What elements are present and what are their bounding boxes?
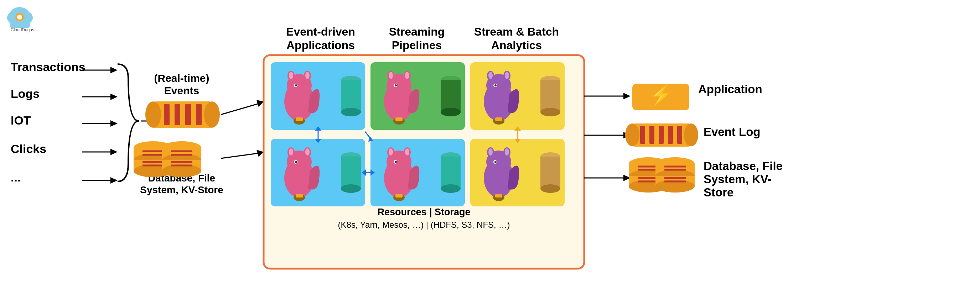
input-clicks: Clicks: [11, 142, 46, 155]
footer-details: (K8s, Yarn, Mesos, …) | (HDFS, S3, NFS, …: [338, 220, 510, 230]
col-header-2b: Pipelines: [392, 39, 442, 52]
svg-rect-160: [677, 126, 682, 144]
input-dots: ...: [11, 170, 21, 184]
svg-point-155: [684, 124, 698, 146]
svg-point-73: [389, 72, 393, 79]
col-header-3b: Analytics: [491, 39, 542, 52]
svg-point-87: [505, 72, 509, 79]
svg-rect-157: [649, 126, 654, 144]
svg-point-63: [295, 84, 297, 86]
svg-text:CloudDugas: CloudDugas: [11, 27, 34, 32]
svg-point-86: [488, 72, 493, 79]
events-label: (Real-time): [154, 72, 209, 84]
svg-rect-117: [395, 194, 402, 198]
svg-rect-130: [495, 194, 502, 198]
svg-point-21: [145, 102, 161, 128]
svg-rect-106: [341, 157, 361, 189]
svg-point-60: [289, 72, 293, 79]
svg-rect-25: [185, 104, 191, 125]
svg-rect-159: [668, 126, 673, 144]
svg-point-68: [341, 108, 361, 116]
input-logs: Logs: [11, 87, 40, 100]
col-header-3a: Stream & Batch: [474, 25, 559, 38]
footer-resources: Resources | Storage: [377, 207, 470, 217]
svg-point-74: [405, 72, 409, 79]
diagram-wrapper: CloudDugas Transactions Logs IOT Clicks …: [0, 0, 980, 295]
svg-point-125: [488, 148, 493, 155]
svg-rect-104: [296, 194, 303, 198]
svg-point-76: [395, 84, 397, 86]
svg-point-81: [441, 108, 461, 116]
col-header-2a: Streaming: [389, 25, 445, 38]
svg-point-154: [625, 124, 640, 146]
svg-rect-24: [175, 104, 180, 125]
svg-text:⚡: ⚡: [649, 84, 673, 106]
svg-rect-23: [164, 104, 170, 125]
svg-point-102: [295, 161, 297, 163]
svg-point-99: [289, 148, 293, 155]
svg-rect-20: [153, 102, 212, 128]
svg-point-22: [204, 102, 220, 128]
svg-point-61: [305, 72, 310, 79]
events-label2: Events: [164, 85, 199, 97]
svg-point-107: [341, 184, 361, 193]
svg-point-115: [395, 161, 397, 163]
svg-rect-158: [659, 126, 663, 144]
output-eventlog: Event Log: [703, 125, 760, 138]
output-database: Database, File: [703, 159, 783, 173]
col-header-1b: Applications: [286, 39, 355, 52]
input-iot: IOT: [11, 114, 31, 127]
svg-point-113: [405, 148, 409, 155]
main-diagram: CloudDugas Transactions Logs IOT Clicks …: [0, 0, 980, 295]
svg-rect-156: [640, 126, 645, 144]
svg-rect-65: [296, 117, 303, 121]
svg-rect-67: [341, 80, 361, 112]
svg-point-128: [495, 161, 496, 163]
output-database2: System, KV-: [703, 173, 772, 186]
col-header-1a: Event-driven: [286, 25, 355, 38]
output-database3: Store: [703, 186, 733, 199]
db-label2: System, KV-Store: [140, 184, 223, 195]
svg-point-133: [540, 184, 560, 193]
input-transactions: Transactions: [11, 60, 86, 74]
svg-rect-93: [540, 80, 560, 112]
svg-point-112: [389, 148, 393, 155]
svg-point-100: [305, 148, 310, 155]
svg-rect-119: [441, 157, 461, 189]
svg-rect-80: [441, 80, 461, 112]
svg-point-94: [540, 108, 560, 116]
output-application: Application: [698, 82, 762, 96]
svg-rect-26: [196, 104, 202, 125]
svg-rect-91: [495, 117, 502, 121]
svg-point-120: [441, 184, 461, 193]
svg-point-89: [495, 84, 496, 86]
svg-point-126: [505, 148, 509, 155]
svg-point-6: [17, 14, 22, 19]
svg-rect-78: [395, 117, 402, 121]
svg-rect-132: [540, 157, 560, 189]
